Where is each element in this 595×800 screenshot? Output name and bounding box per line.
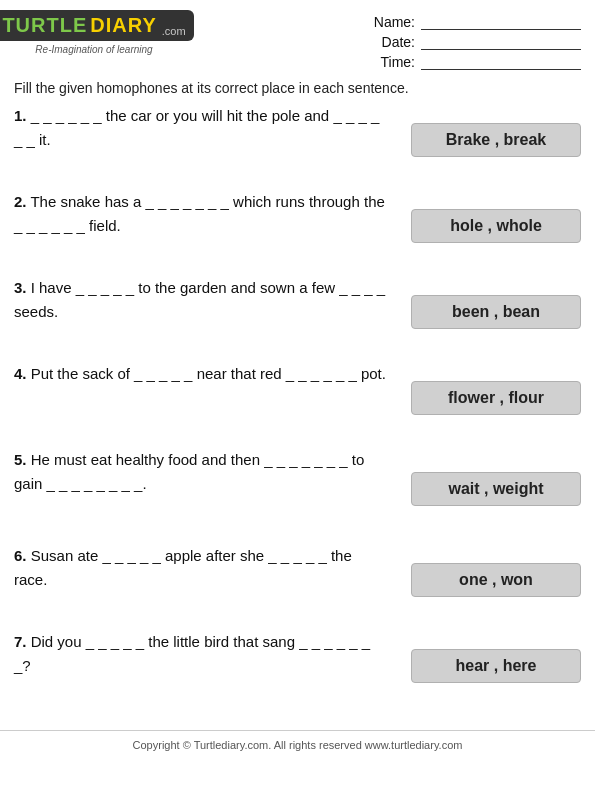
q3-body: I have _ _ _ _ _ to the garden and sown … [14,279,385,320]
q3-hint-box: been , bean [411,295,581,329]
question-7: 7. Did you _ _ _ _ _ the little bird tha… [14,630,581,702]
q6-number: 6. [14,547,27,564]
q4-number: 4. [14,365,27,382]
q1-hint-box: Brake , break [411,123,581,157]
date-row: Date: [373,34,581,50]
questions-area: 1. _ _ _ _ _ _ the car or you will hit t… [0,104,595,726]
date-label: Date: [373,34,415,50]
q7-number: 7. [14,633,27,650]
q4-hint-box: flower , flour [411,381,581,415]
logo-area: TURTLE DIARY .com Re-Imagination of lear… [14,10,174,55]
time-row: Time: [373,54,581,70]
logo-diary-text: DIARY [90,14,156,37]
time-label: Time: [373,54,415,70]
q2-body: The snake has a _ _ _ _ _ _ _ which runs… [14,193,385,234]
name-row: Name: [373,14,581,30]
question-1: 1. _ _ _ _ _ _ the car or you will hit t… [14,104,581,176]
name-fields: Name: Date: Time: [373,10,581,70]
time-input[interactable] [421,54,581,70]
q5-number: 5. [14,451,27,468]
q1-number: 1. [14,107,27,124]
q5-hint-box: wait , weight [411,472,581,506]
logo-box: TURTLE DIARY .com [0,10,194,41]
question-3: 3. I have _ _ _ _ _ to the garden and so… [14,276,581,348]
instruction-text: Fill the given homophones at its correct… [0,76,595,104]
q5-body: He must eat healthy food and then _ _ _ … [14,451,364,492]
name-label: Name: [373,14,415,30]
q7-body: Did you _ _ _ _ _ the little bird that s… [14,633,370,674]
question-4: 4. Put the sack of _ _ _ _ _ near that r… [14,362,581,434]
q4-body: Put the sack of _ _ _ _ _ near that red … [31,365,386,382]
question-2: 2. The snake has a _ _ _ _ _ _ _ which r… [14,190,581,262]
question-5: 5. He must eat healthy food and then _ _… [14,448,581,530]
name-input[interactable] [421,14,581,30]
q7-hint-box: hear , here [411,649,581,683]
logo-tagline: Re-Imagination of learning [35,44,152,55]
logo-com-text: .com [162,25,186,37]
q1-body: _ _ _ _ _ _ the car or you will hit the … [14,107,379,148]
q3-number: 3. [14,279,27,296]
date-input[interactable] [421,34,581,50]
q6-hint-box: one , won [411,563,581,597]
logo-turtle-text: TURTLE [2,14,87,37]
q2-number: 2. [14,193,27,210]
q2-hint-box: hole , whole [411,209,581,243]
question-6: 6. Susan ate _ _ _ _ _ apple after she _… [14,544,581,616]
footer-text: Copyright © Turtlediary.com. All rights … [0,730,595,757]
q6-body: Susan ate _ _ _ _ _ apple after she _ _ … [14,547,352,588]
